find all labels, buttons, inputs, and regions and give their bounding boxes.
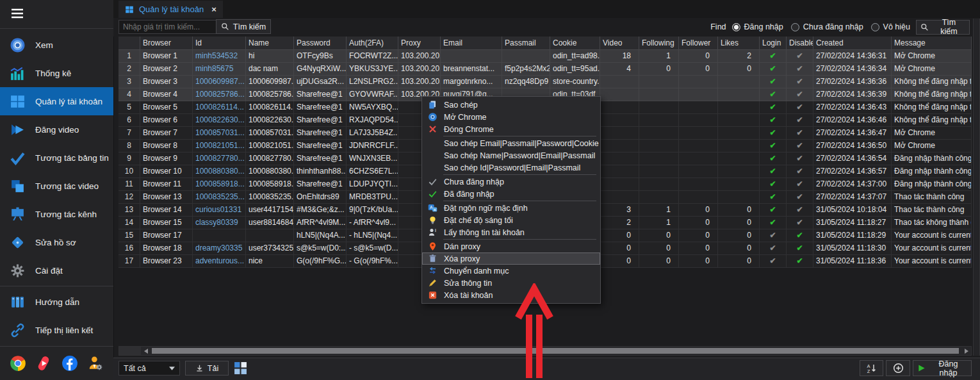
sidebar-item-xem[interactable]: Xem: [0, 31, 113, 59]
copy-icon: [427, 100, 438, 110]
cell-disable: ✔: [787, 255, 813, 268]
context-menu-item-sao-chep-name-password-email-passmail[interactable]: Sao chép Name|Password|Email|Passmail: [422, 149, 600, 161]
menu-icon-spacer: [427, 151, 438, 161]
sidebar-item-dang-video[interactable]: Đăng video: [0, 115, 113, 144]
col-header-passmail[interactable]: Passmail: [502, 37, 550, 50]
sidebar-item-label: Sửa hồ sơ: [35, 238, 76, 247]
col-header-auth[interactable]: Auth(2FA): [347, 37, 398, 50]
cell-following: 0: [639, 63, 679, 76]
sidebar-item-tuong-tac-bang-tin[interactable]: Tương tác bảng tin: [0, 144, 113, 172]
search-input[interactable]: [118, 20, 218, 34]
chrome-icon[interactable]: [10, 355, 26, 372]
vertical-scrollbar[interactable]: [973, 19, 980, 356]
check-green-icon: ✔: [769, 141, 776, 150]
col-header-video[interactable]: Video: [600, 37, 639, 50]
cell-video: [600, 191, 639, 204]
find-radio-dang-nhap[interactable]: Đăng nhập: [732, 22, 783, 31]
context-menu-item-dat-ngon-ngu-mac-dinh[interactable]: AaĐặt ngôn ngữ mặc định: [422, 202, 600, 214]
cell-password: G(o(/9hF%G...: [294, 255, 347, 268]
cell-num: 1: [118, 50, 140, 63]
tab-close-icon[interactable]: ×: [211, 4, 216, 14]
col-header-disable[interactable]: Disable: [787, 37, 813, 50]
col-header-login[interactable]: Login: [760, 37, 787, 50]
cell-follower: 0: [679, 63, 718, 76]
find-radio-chua-dang-nhap[interactable]: Chưa đăng nhập: [791, 22, 863, 31]
magnifier-icon: [221, 22, 229, 31]
shorts-icon[interactable]: [35, 355, 52, 372]
menu-item-label: Lấy thông tin tài khoản: [444, 228, 525, 237]
context-menu-item-sao-chep-email-passmail-password-cookie[interactable]: Sao chép Email|Passmail|Password|Cookie: [422, 137, 600, 149]
context-menu-item-chuyen-danh-muc[interactable]: Chuyển danh mục: [422, 265, 600, 277]
table-row[interactable]: 3Browser 31000609987...1000609987...ujDU…: [118, 76, 972, 88]
cell-disable: ✔: [787, 101, 813, 114]
sidebar-item-quan-ly-tai-khoan[interactable]: Quản lý tài khoản: [0, 87, 113, 115]
context-menu-item-xoa-tai-khoan[interactable]: Xóa tài khoản: [422, 289, 600, 301]
context-menu-item-sua-thong-tin[interactable]: Sửa thông tin: [422, 277, 600, 289]
table-row[interactable]: 2Browser 2minh85675dac namG4NyqRXiW...YB…: [118, 63, 972, 76]
tab-quan-ly-tai-khoan[interactable]: Quản lý tài khoản ×: [118, 1, 223, 18]
cell-message: Đăng nhập thành công: [892, 153, 972, 165]
context-menu-item-dan-proxy[interactable]: Dán proxy: [422, 240, 600, 252]
sidebar-item-label: Tương tác video: [35, 181, 99, 191]
add-account-button[interactable]: [886, 360, 910, 376]
login-run-button[interactable]: Đăng nhập: [913, 360, 972, 376]
horizontal-scrollbar-thumb[interactable]: [152, 348, 959, 354]
context-menu-item-sao-chep[interactable]: Sao chép: [422, 99, 600, 111]
col-header-cookie[interactable]: Cookie: [550, 37, 600, 50]
svg-text:Z: Z: [867, 368, 870, 374]
load-button[interactable]: Tải: [185, 361, 229, 376]
col-header-likes[interactable]: Likes: [718, 37, 760, 50]
context-menu-item-mo-chrome[interactable]: Mở Chrome: [422, 111, 600, 123]
context-menu-item-xoa-proxy[interactable]: Xóa proxy: [422, 252, 600, 265]
context-menu-item-lay-thong-tin-tai-khoan[interactable]: iLấy thông tin tài khoản: [422, 226, 600, 238]
cell-id: 1000835235...: [193, 191, 246, 204]
sidebar-item-huong-dan[interactable]: Hướng dẫn: [0, 288, 113, 316]
facebook-icon[interactable]: [61, 355, 78, 372]
context-menu-item-da-dang-nhap[interactable]: Đã đăng nhập: [422, 188, 600, 200]
check-gray-icon: ✔: [796, 90, 803, 99]
context-menu-item-sao-chep-id-password-email-passmail[interactable]: Sao chép Id|Password|Email|Passmail: [422, 161, 600, 174]
sidebar-item-sua-ho-so[interactable]: Sửa hồ sơ: [0, 228, 113, 256]
context-menu-item-dong-chrome[interactable]: Đóng Chrome: [422, 123, 600, 135]
grid-view-button[interactable]: [234, 361, 248, 375]
sidebar-item-thong-ke[interactable]: Thống kê: [0, 59, 113, 87]
scroll-left-arrow-icon[interactable]: [144, 349, 148, 354]
col-header-proxy[interactable]: Proxy: [398, 37, 441, 50]
cell-id: 1000880380...: [193, 165, 246, 178]
col-header-created[interactable]: Created: [813, 37, 892, 50]
col-header-row-number[interactable]: [118, 37, 140, 50]
col-header-browser[interactable]: Browser: [140, 37, 193, 50]
search-button[interactable]: Tìm kiếm: [216, 19, 271, 34]
sidebar-item-label: Thống kê: [35, 69, 71, 78]
category-filter-select[interactable]: Tất cả: [118, 361, 180, 376]
cell-id: minh534532: [193, 50, 246, 63]
check-green-icon: ✔: [796, 231, 803, 240]
col-header-email[interactable]: Email: [441, 37, 502, 50]
cell-id: 1000857031...: [193, 127, 246, 140]
cell-password: Sharefree@1: [294, 101, 347, 114]
col-header-message[interactable]: Message: [892, 37, 972, 50]
cell-following: [639, 140, 679, 153]
sort-az-button[interactable]: AZ: [860, 360, 883, 376]
cell-id: 1000822630...: [193, 114, 246, 127]
col-header-password[interactable]: Password: [294, 37, 347, 50]
cell-likes: [718, 88, 760, 101]
sidebar-item-tuong-tac-video[interactable]: Tương tác video: [0, 172, 113, 200]
sidebar-item-tiep-thi-lien-ket[interactable]: Tiếp thị liên kết: [0, 316, 113, 344]
col-header-id[interactable]: Id: [193, 37, 246, 50]
context-menu-item-chua-dang-nhap[interactable]: Chưa đăng nhập: [422, 176, 600, 188]
sidebar-item-cai-dat[interactable]: Cài đặt: [0, 256, 113, 285]
table-row[interactable]: 1Browser 1minh534532hiOTFcy9BsFOCRWT2Z..…: [118, 50, 972, 63]
context-menu-item-dat-che-do-sang-toi[interactable]: Đặt chế độ sáng tối: [422, 214, 600, 226]
col-header-follower[interactable]: Follower: [679, 37, 718, 50]
col-header-name[interactable]: Name: [246, 37, 294, 50]
find-search-button[interactable]: Tìm kiếm: [916, 20, 970, 35]
user-gear-icon[interactable]: [87, 355, 104, 372]
col-header-following[interactable]: Following: [639, 37, 679, 50]
scroll-right-arrow-icon[interactable]: [965, 349, 968, 354]
cell-name: [246, 229, 294, 242]
cell-video: [600, 127, 639, 140]
sidebar-item-tuong-tac-kenh[interactable]: Tương tác kênh: [0, 200, 113, 228]
find-radio-vo-hieu[interactable]: Vô hiệu: [871, 22, 910, 31]
menu-toggle-button[interactable]: [8, 6, 26, 22]
